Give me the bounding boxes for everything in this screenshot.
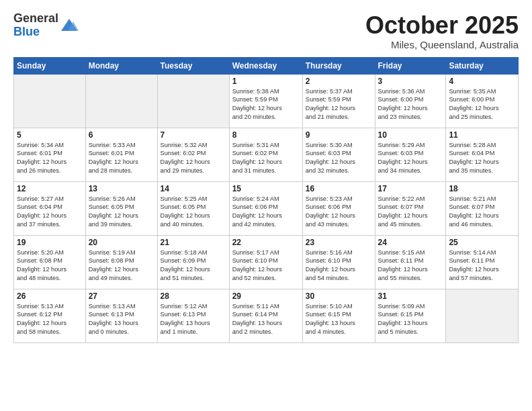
table-row: 19Sunrise: 5:20 AM Sunset: 6:08 PM Dayli…: [14, 235, 86, 289]
table-row: [157, 74, 229, 128]
col-monday: Monday: [85, 57, 157, 74]
day-info: Sunrise: 5:37 AM Sunset: 5:59 PM Dayligh…: [306, 87, 372, 122]
day-number: 20: [89, 238, 154, 247]
location-title: Miles, Queensland, Australia: [365, 39, 519, 50]
day-number: 12: [17, 184, 83, 193]
day-info: Sunrise: 5:24 AM Sunset: 6:06 PM Dayligh…: [232, 195, 300, 230]
day-info: Sunrise: 5:36 AM Sunset: 6:00 PM Dayligh…: [378, 87, 443, 122]
day-info: Sunrise: 5:31 AM Sunset: 6:02 PM Dayligh…: [232, 141, 300, 176]
day-info: Sunrise: 5:34 AM Sunset: 6:01 PM Dayligh…: [17, 141, 83, 176]
day-info: Sunrise: 5:30 AM Sunset: 6:03 PM Dayligh…: [306, 141, 372, 176]
calendar-week-row: 12Sunrise: 5:27 AM Sunset: 6:04 PM Dayli…: [14, 181, 519, 235]
col-thursday: Thursday: [302, 57, 375, 74]
month-title: October 2025: [365, 12, 519, 39]
logo-general: General Blue: [13, 12, 58, 39]
day-info: Sunrise: 5:32 AM Sunset: 6:02 PM Dayligh…: [161, 141, 226, 176]
day-info: Sunrise: 5:12 AM Sunset: 6:13 PM Dayligh…: [161, 302, 226, 337]
col-saturday: Saturday: [446, 57, 519, 74]
table-row: 26Sunrise: 5:13 AM Sunset: 6:12 PM Dayli…: [14, 289, 86, 342]
day-info: Sunrise: 5:16 AM Sunset: 6:10 PM Dayligh…: [306, 248, 372, 283]
day-number: 25: [449, 238, 515, 247]
table-row: 12Sunrise: 5:27 AM Sunset: 6:04 PM Dayli…: [14, 181, 86, 235]
calendar-week-row: 5Sunrise: 5:34 AM Sunset: 6:01 PM Daylig…: [14, 128, 519, 181]
day-info: Sunrise: 5:27 AM Sunset: 6:04 PM Dayligh…: [17, 195, 83, 230]
table-row: 18Sunrise: 5:21 AM Sunset: 6:07 PM Dayli…: [446, 181, 519, 235]
day-number: 8: [232, 130, 300, 140]
day-number: 1: [232, 77, 300, 86]
day-info: Sunrise: 5:19 AM Sunset: 6:08 PM Dayligh…: [89, 248, 154, 283]
table-row: 13Sunrise: 5:26 AM Sunset: 6:05 PM Dayli…: [85, 181, 157, 235]
day-number: 18: [449, 184, 515, 193]
day-number: 13: [89, 184, 154, 193]
day-info: Sunrise: 5:21 AM Sunset: 6:07 PM Dayligh…: [449, 195, 515, 230]
day-info: Sunrise: 5:13 AM Sunset: 6:13 PM Dayligh…: [89, 302, 154, 337]
day-number: 2: [306, 77, 372, 86]
table-row: 6Sunrise: 5:33 AM Sunset: 6:01 PM Daylig…: [85, 128, 157, 181]
day-number: 6: [89, 130, 154, 140]
day-info: Sunrise: 5:15 AM Sunset: 6:11 PM Dayligh…: [378, 248, 443, 283]
logo-icon: [60, 16, 79, 35]
day-info: Sunrise: 5:14 AM Sunset: 6:11 PM Dayligh…: [449, 248, 515, 283]
table-row: 10Sunrise: 5:29 AM Sunset: 6:03 PM Dayli…: [375, 128, 446, 181]
col-wednesday: Wednesday: [229, 57, 302, 74]
table-row: 24Sunrise: 5:15 AM Sunset: 6:11 PM Dayli…: [375, 235, 446, 289]
calendar-week-row: 19Sunrise: 5:20 AM Sunset: 6:08 PM Dayli…: [14, 235, 519, 289]
table-row: 4Sunrise: 5:35 AM Sunset: 6:00 PM Daylig…: [446, 74, 519, 128]
day-number: 11: [449, 130, 515, 140]
col-tuesday: Tuesday: [157, 57, 229, 74]
day-info: Sunrise: 5:29 AM Sunset: 6:03 PM Dayligh…: [378, 141, 443, 176]
table-row: [14, 74, 86, 128]
day-info: Sunrise: 5:09 AM Sunset: 6:15 PM Dayligh…: [378, 302, 443, 337]
table-row: 25Sunrise: 5:14 AM Sunset: 6:11 PM Dayli…: [446, 235, 519, 289]
calendar-header-row: Sunday Monday Tuesday Wednesday Thursday…: [14, 57, 519, 74]
day-number: 21: [161, 238, 226, 247]
day-info: Sunrise: 5:18 AM Sunset: 6:09 PM Dayligh…: [161, 248, 226, 283]
col-sunday: Sunday: [14, 57, 86, 74]
day-number: 14: [161, 184, 226, 193]
day-number: 4: [449, 77, 515, 86]
table-row: 17Sunrise: 5:22 AM Sunset: 6:07 PM Dayli…: [375, 181, 446, 235]
day-info: Sunrise: 5:22 AM Sunset: 6:07 PM Dayligh…: [378, 195, 443, 230]
day-number: 19: [17, 238, 83, 247]
calendar: Sunday Monday Tuesday Wednesday Thursday…: [13, 57, 519, 343]
table-row: 22Sunrise: 5:17 AM Sunset: 6:10 PM Dayli…: [229, 235, 302, 289]
page: General Blue October 2025 Miles, Queensl…: [0, 0, 532, 411]
day-number: 10: [378, 130, 443, 140]
day-number: 3: [378, 77, 443, 86]
day-number: 24: [378, 238, 443, 247]
table-row: 15Sunrise: 5:24 AM Sunset: 6:06 PM Dayli…: [229, 181, 302, 235]
day-number: 27: [89, 291, 154, 301]
day-info: Sunrise: 5:35 AM Sunset: 6:00 PM Dayligh…: [449, 87, 515, 122]
day-number: 31: [378, 291, 443, 301]
table-row: 5Sunrise: 5:34 AM Sunset: 6:01 PM Daylig…: [14, 128, 86, 181]
day-info: Sunrise: 5:23 AM Sunset: 6:06 PM Dayligh…: [306, 195, 372, 230]
table-row: [446, 289, 519, 342]
day-number: 22: [232, 238, 300, 247]
day-number: 9: [306, 130, 372, 140]
day-info: Sunrise: 5:28 AM Sunset: 6:04 PM Dayligh…: [449, 141, 515, 176]
table-row: 11Sunrise: 5:28 AM Sunset: 6:04 PM Dayli…: [446, 128, 519, 181]
header: General Blue October 2025 Miles, Queensl…: [13, 12, 519, 50]
table-row: 30Sunrise: 5:10 AM Sunset: 6:15 PM Dayli…: [302, 289, 375, 342]
table-row: 14Sunrise: 5:25 AM Sunset: 6:05 PM Dayli…: [157, 181, 229, 235]
day-number: 26: [17, 291, 83, 301]
day-number: 23: [306, 238, 372, 247]
title-block: October 2025 Miles, Queensland, Australi…: [365, 12, 519, 50]
day-info: Sunrise: 5:11 AM Sunset: 6:14 PM Dayligh…: [232, 302, 300, 337]
table-row: 31Sunrise: 5:09 AM Sunset: 6:15 PM Dayli…: [375, 289, 446, 342]
table-row: 9Sunrise: 5:30 AM Sunset: 6:03 PM Daylig…: [302, 128, 375, 181]
calendar-week-row: 26Sunrise: 5:13 AM Sunset: 6:12 PM Dayli…: [14, 289, 519, 342]
day-info: Sunrise: 5:38 AM Sunset: 5:59 PM Dayligh…: [232, 87, 300, 122]
day-info: Sunrise: 5:20 AM Sunset: 6:08 PM Dayligh…: [17, 248, 83, 283]
table-row: 2Sunrise: 5:37 AM Sunset: 5:59 PM Daylig…: [302, 74, 375, 128]
day-number: 16: [306, 184, 372, 193]
table-row: 1Sunrise: 5:38 AM Sunset: 5:59 PM Daylig…: [229, 74, 302, 128]
day-info: Sunrise: 5:13 AM Sunset: 6:12 PM Dayligh…: [17, 302, 83, 337]
day-number: 28: [161, 291, 226, 301]
table-row: 3Sunrise: 5:36 AM Sunset: 6:00 PM Daylig…: [375, 74, 446, 128]
day-info: Sunrise: 5:25 AM Sunset: 6:05 PM Dayligh…: [161, 195, 226, 230]
col-friday: Friday: [375, 57, 446, 74]
day-info: Sunrise: 5:33 AM Sunset: 6:01 PM Dayligh…: [89, 141, 154, 176]
table-row: 16Sunrise: 5:23 AM Sunset: 6:06 PM Dayli…: [302, 181, 375, 235]
day-number: 29: [232, 291, 300, 301]
